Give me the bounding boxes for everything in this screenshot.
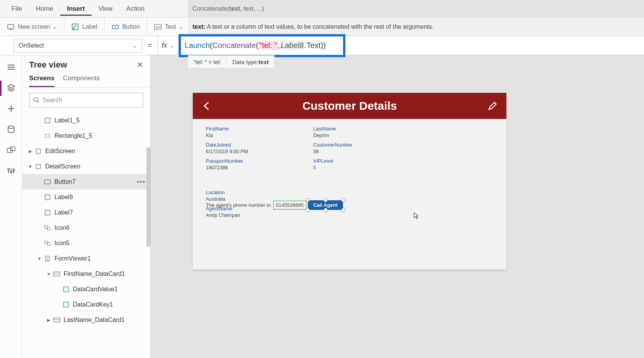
advanced-icon[interactable]: [6, 166, 16, 176]
menu-file[interactable]: File: [5, 2, 29, 16]
selection-handle[interactable]: [306, 208, 310, 212]
menu-view[interactable]: View: [92, 2, 120, 16]
arrow-right-icon[interactable]: ▶: [46, 318, 51, 323]
svg-point-10: [8, 169, 9, 170]
tree-node-label8[interactable]: Label8: [22, 190, 150, 205]
sig-rest: , text, ...): [240, 5, 264, 12]
canvas-area[interactable]: Customer Details FirstNameKia DateJoined…: [151, 68, 641, 358]
tree-node-icon6[interactable]: Icon6: [22, 220, 150, 236]
svg-rect-16: [36, 149, 40, 153]
svg-rect-26: [54, 272, 60, 276]
tree-node-detailscreen[interactable]: ▼ DetailScreen: [22, 159, 150, 174]
tree-node-icon5[interactable]: Icon5: [22, 236, 150, 251]
fn-concat: Concatenate: [212, 41, 256, 50]
edit-icon[interactable]: [487, 101, 498, 111]
result-eval: "tel: " = tel:: [188, 56, 227, 68]
back-icon[interactable]: [201, 101, 212, 111]
node-label: Label1_5: [54, 117, 80, 124]
close-icon[interactable]: ✕: [137, 60, 143, 69]
tree-node-label7[interactable]: Label7: [22, 205, 150, 220]
formula-string: "tel: ": [258, 41, 278, 50]
selection-handle[interactable]: [324, 198, 328, 202]
param-body: A text or a column of text values, to be…: [207, 23, 434, 30]
tree-view-icon[interactable]: [6, 83, 16, 93]
svg-rect-18: [44, 180, 51, 184]
property-dropdown[interactable]: OnSelect ⌄: [14, 39, 142, 53]
label-icon: [62, 301, 70, 309]
tree-node-dcv1[interactable]: DataCardValue1: [22, 282, 150, 297]
tree-node-rect1-5[interactable]: Rectangle1_5: [22, 128, 150, 144]
tab-components[interactable]: Components: [63, 74, 100, 87]
sig-fn: Concatenate(: [192, 5, 229, 12]
selection-handle[interactable]: [306, 198, 310, 202]
tree-node-label1-5[interactable]: Label1_5: [22, 113, 150, 128]
arrow-down-icon[interactable]: ▼: [46, 272, 51, 276]
svg-rect-14: [45, 118, 50, 123]
tree-node-lastname-card[interactable]: ▶ LastName_DataCard1: [22, 312, 150, 328]
arrow-down-icon[interactable]: ▼: [28, 164, 33, 169]
chevron-down-icon: ⌄: [169, 42, 174, 49]
node-label: Icon6: [54, 224, 69, 231]
node-label: Label8: [54, 194, 73, 201]
insert-text-button[interactable]: Abc Text ⌄: [147, 18, 191, 36]
data-icon[interactable]: [6, 124, 16, 134]
details-form: FirstNameKia DateJoined6/17/2019 8:00 PM…: [193, 119, 506, 229]
field-firstname-value: Kia: [206, 132, 298, 138]
agent-phone-label[interactable]: 5145526695: [273, 201, 306, 210]
button-icon: [112, 23, 119, 31]
media-icon[interactable]: [6, 145, 16, 155]
field-passport-label: PassportNumber: [206, 158, 298, 164]
menu-home[interactable]: Home: [29, 2, 60, 16]
selection-handle[interactable]: [324, 208, 328, 212]
tree-node-firstname-card[interactable]: ▼ FirstName_DataCard1: [22, 266, 150, 282]
menu-insert[interactable]: Insert: [60, 2, 92, 16]
formula-result-row: "tel: " = tel: Data type: text: [188, 55, 274, 68]
field-datejoined-value: 6/17/2019 8:00 PM: [206, 148, 298, 154]
tree-search-input[interactable]: Search: [29, 93, 143, 107]
button-icon: [44, 178, 51, 186]
node-label: FormViewer1: [54, 255, 91, 262]
field-passport-value: 19072386: [206, 165, 298, 170]
hamburger-icon[interactable]: [6, 62, 16, 72]
svg-rect-0: [8, 25, 14, 29]
insert-label-button[interactable]: Label: [64, 18, 104, 36]
fx-indicator[interactable]: fx ⌄: [158, 36, 178, 55]
arrow-down-icon[interactable]: ▼: [37, 256, 42, 261]
svg-rect-15: [45, 134, 49, 137]
scrollbar-thumb[interactable]: [146, 147, 150, 247]
app-preview[interactable]: Customer Details FirstNameKia DateJoined…: [193, 93, 506, 269]
chevron-down-icon: ⌄: [132, 42, 137, 49]
call-agent-button[interactable]: Call Agent: [308, 200, 343, 210]
arrow-right-icon[interactable]: ▶: [28, 149, 33, 154]
tree-node-formviewer1[interactable]: ▼ FormViewer1: [22, 251, 150, 266]
tree-list[interactable]: Label1_5 Rectangle1_5 ▶ EditScreen ▼ Det…: [22, 113, 150, 358]
svg-point-22: [47, 227, 50, 230]
insert-icon[interactable]: [6, 104, 16, 114]
insert-button-button[interactable]: Button: [105, 18, 147, 36]
field-location-label: Location: [206, 190, 298, 195]
formula-ident: Label8: [280, 41, 304, 50]
menu-action[interactable]: Action: [120, 2, 151, 16]
formula-bar[interactable]: Launch(Concatenate("tel: ", Label8.Text)…: [178, 36, 644, 55]
tree-node-dck1[interactable]: DataCardKey1: [22, 297, 150, 312]
tab-screens[interactable]: Screens: [29, 74, 54, 87]
form-icon: [44, 255, 51, 262]
rect-icon: [44, 132, 51, 140]
tree-node-button7[interactable]: Button7 •••: [22, 174, 150, 190]
svg-point-13: [34, 98, 38, 102]
svg-point-4: [115, 26, 116, 28]
selection-handle[interactable]: [341, 198, 345, 202]
more-icon[interactable]: •••: [137, 178, 146, 185]
sig-first: text: [229, 5, 240, 12]
new-screen-button[interactable]: New screen ⌄: [0, 18, 64, 36]
label-icon: [62, 285, 70, 293]
node-label: DataCardKey1: [73, 301, 113, 308]
node-label: FirstName_DataCard1: [64, 271, 125, 277]
svg-point-7: [8, 126, 14, 129]
selection-handle[interactable]: [341, 208, 345, 212]
tree-node-editscreen[interactable]: ▶ EditScreen: [22, 144, 150, 159]
new-screen-label: New screen: [18, 23, 50, 30]
left-rail: [0, 55, 22, 358]
node-label: Button7: [54, 178, 76, 185]
field-lastname-value: Dejohn: [313, 132, 405, 138]
